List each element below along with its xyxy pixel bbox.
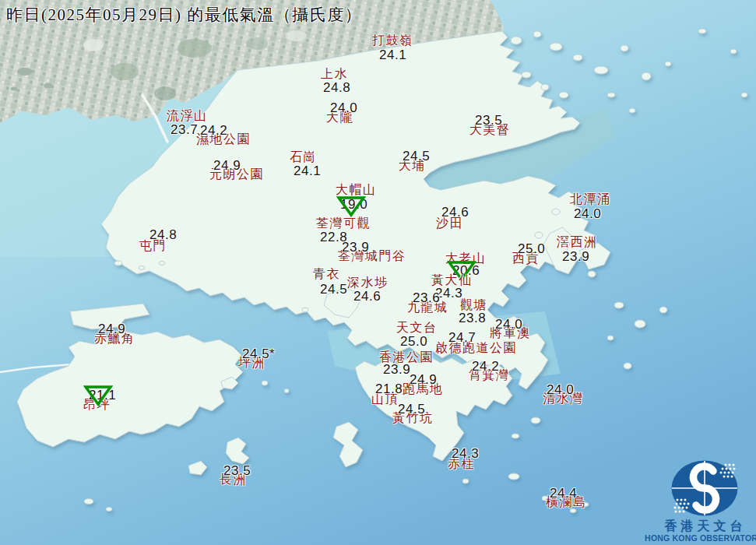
station-min-temp-value: 24.0 (495, 318, 522, 331)
station-min-temp-value: 24.2 (200, 124, 227, 137)
min-temperature-map: 昨日(2025年05月29日) 的最低氣溫（攝氏度） 打鼓嶺24.1上水24.8… (0, 0, 756, 545)
station-name: 天文台 (396, 322, 438, 334)
station-layer: 打鼓嶺24.1上水24.8大隴24.0大美督23.5流浮山23.7濕地公園24.… (0, 0, 756, 545)
station-min-temp-value: 24.9 (98, 322, 125, 336)
station-min-temp-value: 21.8 (375, 382, 403, 396)
station-min-temp-value: 24.9 (213, 159, 241, 172)
station-min-temp-value: 24.0 (547, 383, 574, 396)
station-name: 啟德跑道公園 (435, 342, 517, 354)
station-min-temp-value: 23.7 (171, 123, 198, 136)
station-min-temp-value: 23.9 (562, 250, 589, 263)
station-name: 北潭涌 (570, 193, 611, 206)
hko-logo-chinese-text: 香港天文台 (638, 519, 756, 535)
station-name: 打鼓嶺 (372, 34, 413, 47)
station-name: 滘西洲 (557, 236, 598, 248)
station-min-temp-value: 23.8 (459, 311, 486, 325)
station-name: 大帽山 (336, 184, 377, 196)
station-name: 荃灣可觀 (316, 217, 371, 230)
station-min-temp-value: 24.5 (398, 403, 425, 416)
station-min-temp-value: 23.9 (342, 241, 369, 254)
station-min-temp-value: 23.5 (475, 114, 502, 127)
station-min-temp-value: 23.6 (413, 291, 440, 304)
station-name: 深水埗 (347, 276, 389, 289)
station-min-temp-value: 24.7 (448, 331, 476, 344)
station-min-temp-value: 23.5 (223, 464, 251, 477)
hko-logo-icon (652, 455, 756, 519)
station-min-temp-value: 23.9 (383, 363, 410, 376)
station-min-temp-value: 24.8 (323, 81, 350, 94)
station-min-temp-value: 24.1 (294, 164, 321, 178)
station-min-temp-value: 24.4 (550, 487, 577, 500)
station-min-temp-value: 24.0 (574, 207, 601, 220)
station-min-temp-value: 24.6 (353, 290, 381, 303)
station-min-temp-value: 24.2 (472, 360, 499, 373)
station-min-temp-value: 24.9 (410, 373, 437, 386)
station-min-temp-value: 24.5 (320, 283, 347, 296)
station-min-temp-value: 24.5* (242, 347, 275, 360)
station-name: 黃大仙 (431, 274, 473, 287)
hko-logo-english-text: HONG KONG OBSERVATORY (628, 533, 756, 543)
station-name: 石崗 (290, 151, 317, 164)
station-min-temp-value: 25.0 (400, 335, 427, 348)
station-min-temp-value: 19.0 (340, 198, 367, 211)
station-min-temp-value: 24.1 (379, 48, 406, 62)
station-min-temp-value: 24.8 (149, 228, 177, 241)
station-name: 觀塘 (460, 299, 487, 311)
station-min-temp-value: 24.5 (403, 149, 430, 163)
station-name: 流浮山 (167, 110, 208, 122)
station-min-temp-value: 25.0 (518, 242, 545, 255)
station-name: 上水 (321, 68, 348, 80)
station-name: 青衣 (313, 268, 340, 280)
station-min-temp-value: 24.6 (441, 206, 469, 219)
station-min-temp-value: 24.3 (452, 447, 479, 460)
station-min-temp-value: 24.0 (330, 101, 357, 114)
station-min-temp-value: 21.1 (89, 389, 116, 402)
